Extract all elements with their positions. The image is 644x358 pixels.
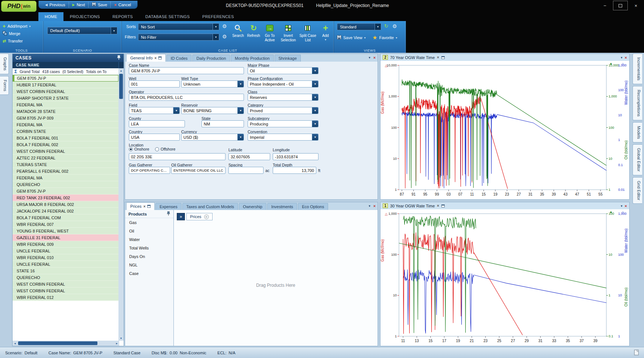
- field-select[interactable]: TEAS▼: [129, 107, 180, 114]
- scroll-up-icon[interactable]: ▲: [118, 68, 124, 73]
- chevron-down-icon[interactable]: ▼: [213, 34, 219, 40]
- operator-input[interactable]: BTA OIL PRODUCERS, LLC: [129, 94, 244, 101]
- oil-gatherer-input[interactable]: ENTERPRISE CRUDE OIL LLC: [171, 167, 225, 174]
- phdwin-logo[interactable]: PHD ( win: [1, 1, 37, 12]
- cases-horizontal-scrollbar[interactable]: ◄ ►: [13, 341, 119, 346]
- tab-expenses[interactable]: Expenses: [155, 203, 181, 210]
- product-item-oil[interactable]: Oil: [125, 227, 173, 235]
- product-item-total-wells[interactable]: Total Wells: [125, 244, 173, 252]
- tab-shrinkage[interactable]: Shrinkage: [275, 55, 301, 62]
- sorts-select[interactable]: No Sort ▼: [138, 23, 219, 30]
- case-row[interactable]: BOLA 7 FEDERAL 001: [13, 135, 118, 141]
- dock-tab-forms[interactable]: Forms: [0, 76, 9, 95]
- case-row[interactable]: RED TANK 23 FEDERAL 002: [13, 195, 118, 201]
- maximize-button[interactable]: [613, 1, 628, 10]
- tab-close-icon[interactable]: ×: [155, 56, 157, 60]
- scrollbar-thumb[interactable]: [18, 341, 97, 345]
- filters-select[interactable]: No Filter ▼: [138, 34, 219, 41]
- pin-icon[interactable]: [167, 211, 170, 217]
- refresh-button[interactable]: ↻ Refresh: [246, 22, 261, 38]
- country-input[interactable]: USA: [129, 134, 180, 141]
- case-row[interactable]: TIJERAS STATE: [13, 161, 118, 168]
- close-panel-icon[interactable]: ×: [625, 55, 627, 60]
- case-row[interactable]: YOUNG 8 FEDERAL, WEST: [13, 228, 118, 234]
- add-import-button[interactable]: + Add/Import ▾: [3, 23, 31, 30]
- views-refresh-icon[interactable]: ↻: [384, 24, 388, 29]
- chevron-down-icon[interactable]: ▼: [173, 107, 179, 114]
- search-button[interactable]: Search: [231, 22, 245, 38]
- chevron-down-icon[interactable]: ▼: [312, 68, 318, 74]
- case-row[interactable]: URSA MAJOR 8 FEDERAL 002: [13, 201, 118, 208]
- chart-70yr-plot[interactable]: 87919599030711151923273135394347515510,0…: [380, 61, 629, 199]
- dock-tab-incrementals[interactable]: Incrementals: [633, 54, 642, 84]
- case-row[interactable]: AZTEC 22 FEDERAL: [13, 155, 118, 161]
- scenario-select[interactable]: Default (Default) ▼: [47, 27, 117, 34]
- favorite-button[interactable]: ★ Favorite ▾: [372, 34, 397, 41]
- ribbon-tab-projections[interactable]: PROJECTIONS: [63, 12, 106, 21]
- case-row[interactable]: FEDERAL MA: [13, 175, 118, 181]
- chevron-down-icon[interactable]: ▾: [369, 204, 371, 208]
- dock-tab-grid-editor[interactable]: Grid Editor: [633, 177, 642, 204]
- tab-general-info[interactable]: General Info×: [126, 54, 166, 62]
- chevron-down-icon[interactable]: ▼: [111, 27, 117, 34]
- qat-customize-icon[interactable]: ▾: [128, 3, 130, 7]
- tab-eco-options[interactable]: Eco Options: [298, 203, 328, 210]
- expand-icon[interactable]: »: [177, 213, 185, 220]
- tab-investments[interactable]: Investments: [267, 203, 297, 210]
- latitude-input[interactable]: 32.607605: [228, 153, 270, 160]
- tab-close-icon[interactable]: ×: [144, 204, 146, 209]
- tab-taxes-and-custom-models[interactable]: Taxes and Custom Models: [182, 203, 238, 210]
- ribbon-tab-preferences[interactable]: PREFERENCES: [196, 12, 240, 21]
- product-item-case[interactable]: Case: [125, 269, 173, 278]
- chevron-down-icon[interactable]: ▾: [621, 204, 623, 208]
- dock-tab-graphs[interactable]: Graphs: [0, 54, 9, 74]
- chart-30yr-plot[interactable]: 1113151719212325272931333537391,00010010…: [380, 209, 629, 346]
- product-item-days-on[interactable]: Days On: [125, 252, 173, 261]
- state-input[interactable]: NM: [202, 120, 244, 127]
- convention-select[interactable]: Imperial▼: [248, 134, 318, 141]
- chevron-down-icon[interactable]: ▼: [312, 134, 318, 140]
- product-item-water[interactable]: Water: [125, 235, 173, 244]
- case-row[interactable]: FEDERAL MA: [13, 121, 118, 128]
- sorts-gear-icon[interactable]: ⚙: [222, 24, 227, 29]
- case-name-column-header[interactable]: CASE NAME: [13, 62, 124, 68]
- reservoir-select[interactable]: BONE SPRING▼: [181, 107, 244, 114]
- chevron-down-icon[interactable]: ▼: [312, 81, 318, 87]
- case-row[interactable]: CORBIN STATE: [13, 128, 118, 135]
- chevron-down-icon[interactable]: ▾: [369, 56, 371, 59]
- major-phase-select[interactable]: Oil▼: [248, 67, 318, 74]
- pin-icon[interactable]: [117, 55, 121, 61]
- sigma-icon[interactable]: Σ: [14, 69, 17, 74]
- tab-popout-icon[interactable]: [158, 56, 162, 59]
- tab-daily-production[interactable]: Daily Production: [192, 55, 230, 62]
- save-view-button[interactable]: Save View ▾: [337, 34, 366, 41]
- case-row[interactable]: WEST CORBIN FEDERAL: [13, 88, 118, 95]
- merge-button[interactable]: Merge: [3, 30, 20, 37]
- well-type-select[interactable]: Unknown▼: [181, 80, 244, 87]
- case-row[interactable]: WEST CORBIN FEDERAL: [13, 288, 118, 294]
- chevron-down-icon[interactable]: ▾: [621, 56, 623, 59]
- gas-gatherer-input[interactable]: DCP OPERATING COMPANY: [129, 167, 170, 174]
- longitude-input[interactable]: -103.631874: [273, 153, 318, 160]
- case-row[interactable]: WEST CORBIN FEDERAL: [13, 281, 118, 288]
- currency-select[interactable]: USD ($)▼: [181, 134, 244, 141]
- case-row[interactable]: WEST CORBIN FEDERAL: [13, 148, 118, 155]
- tab-monthly-production[interactable]: Monthly Production: [231, 55, 273, 62]
- scroll-right-icon[interactable]: ►: [114, 341, 119, 346]
- total-depth-input[interactable]: 13,700: [273, 167, 316, 174]
- offshore-radio[interactable]: [155, 147, 159, 151]
- dock-tab-models[interactable]: Models: [633, 122, 642, 142]
- views-select[interactable]: Standard ▼: [337, 23, 381, 30]
- case-row[interactable]: UNCLE FEDERAL: [13, 248, 118, 254]
- ribbon-tab-home[interactable]: HOME: [38, 12, 63, 21]
- prices-chip[interactable]: Prices ×: [186, 213, 213, 220]
- chevron-down-icon[interactable]: ▼: [213, 24, 219, 30]
- close-panel-icon[interactable]: ×: [625, 204, 627, 208]
- previous-button[interactable]: ◀ Previous: [42, 2, 69, 8]
- chevron-down-icon[interactable]: ▼: [237, 81, 244, 87]
- onshore-radio[interactable]: [129, 147, 133, 151]
- chevron-down-icon[interactable]: ▼: [312, 121, 318, 127]
- case-row[interactable]: QUERECHO: [13, 274, 118, 281]
- class-select[interactable]: Reserves▼: [248, 94, 318, 101]
- case-row[interactable]: HUBER 17 FEDERAL: [13, 82, 118, 88]
